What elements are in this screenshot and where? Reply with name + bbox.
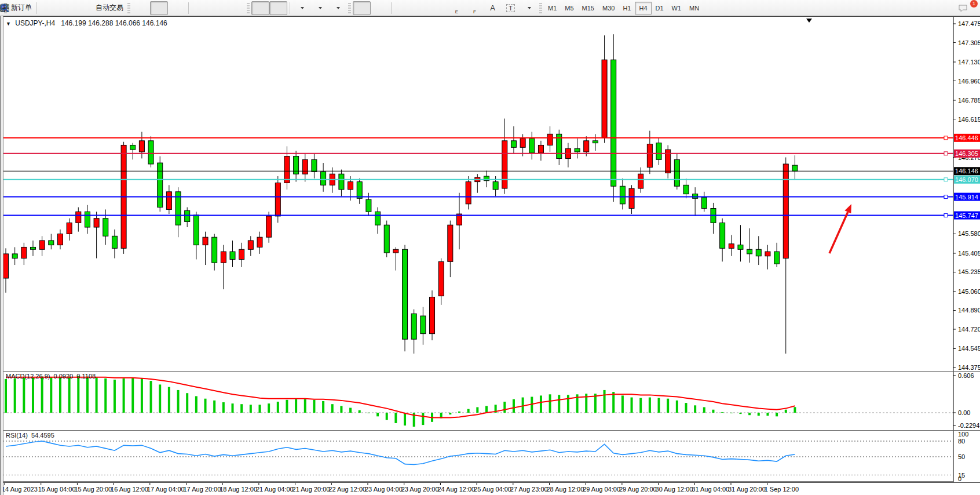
timeframe-m1[interactable]: M1 [544,2,561,14]
macd-axis-label: 0.606 [958,372,974,379]
period-selector-button[interactable] [310,1,328,15]
rsi-pane[interactable]: 1008050150 [0,431,980,482]
toolbar-grip[interactable] [127,3,130,13]
zoom-in-button[interactable] [191,1,209,15]
macd-histogram-bar [359,410,361,413]
chart-shift-button[interactable] [269,1,287,15]
line-chart-mode-button[interactable] [168,1,186,15]
toolbar-grip[interactable] [247,3,250,13]
price-axis-label: 147.475 [958,20,980,27]
line-handle[interactable] [944,195,948,199]
search-button[interactable] [939,1,957,15]
line-handle[interactable] [944,178,948,181]
timeframe-d1[interactable]: D1 [652,2,668,14]
auto-trading-button[interactable]: 自动交易 [93,1,126,15]
timeframe-m15[interactable]: M15 [578,2,598,14]
trendline-tool-button[interactable] [430,1,448,15]
macd-histogram-bar [394,413,397,423]
price-line-badge-label: 146.446 [955,134,978,141]
macd-histogram-bar [449,413,451,414]
macd-histogram-bar [322,401,324,413]
rsi-axis-label: 80 [958,438,965,445]
time-axis[interactable]: 14 Aug 202315 Aug 04:0015 Aug 20:0016 Au… [0,483,980,495]
horizontal-line-tool-button[interactable] [412,1,430,15]
timeframe-w1[interactable]: W1 [668,2,686,14]
macd-histogram-bar [232,403,234,413]
arrows-tool-button[interactable] [520,1,537,15]
pane-separator[interactable] [0,371,980,372]
toolbar-grip[interactable] [539,3,542,13]
symbol-period-label: USDJPY-,H4 [15,19,55,27]
candle-body [511,141,516,147]
chart-title: ▼ USDJPY-,H4 146.199 146.288 146.066 146… [6,19,167,27]
macd-histogram-bar [123,378,125,413]
macd-histogram-bar [785,410,787,413]
fibonacci-tool-button[interactable]: F [466,1,484,15]
macd-histogram-bar [476,407,478,413]
timeframe-mn[interactable]: MN [685,2,703,14]
time-axis-label: 29 Aug 04:00 [583,486,620,493]
macd-histogram-bar [23,378,25,413]
text-tool-button[interactable]: A [484,1,502,15]
rsi-axis-label: 0 [958,475,961,482]
price-axis-label: 145.235 [958,268,980,275]
candle-body [366,199,371,212]
timeframe-m30[interactable]: M30 [598,2,619,14]
rsi-axis-label: 100 [958,431,968,438]
candle-body [502,141,507,188]
zoom-out-button[interactable] [209,1,227,15]
candle-body [493,182,498,190]
candle-body [12,254,17,259]
accounts-button[interactable] [57,1,75,15]
candle-body [257,237,262,247]
vertical-line-tool-button[interactable] [394,1,412,15]
text-label-tool-button[interactable]: T [502,1,520,15]
new-order-button[interactable]: 新订单 [9,1,34,15]
time-axis-label: 23 Aug 04:00 [365,486,403,493]
line-handle[interactable] [944,136,948,140]
candle-body [112,236,117,248]
line-handle[interactable] [944,152,948,155]
toolbar-grip[interactable] [348,3,351,13]
macd-histogram-bar [649,398,651,413]
collapse-triangle-icon[interactable]: ▼ [6,21,11,27]
add-indicator-button[interactable] [292,1,310,15]
macd-histogram-bar [540,395,542,413]
macd-histogram-bar [758,413,760,416]
macd-histogram-bar [376,413,379,416]
macd-histogram-bar [367,413,370,413]
timeframe-h4[interactable]: H4 [635,2,651,14]
macd-pane[interactable]: 0.6060.00-0.2294 [0,372,980,430]
candle-body [547,134,553,145]
channel-tool-button[interactable]: E [448,1,466,15]
main-chart-pane[interactable]: 147.475147.305147.130146.960146.785146.6… [0,17,980,371]
candle-body [747,249,752,254]
template-button[interactable] [328,1,346,15]
timeframe-h1[interactable]: H1 [619,2,635,14]
candlestick-mode-button[interactable] [150,1,168,15]
macd-histogram-bar [50,377,52,413]
notifications-button[interactable]: 1 [957,1,975,15]
line-handle[interactable] [944,214,948,217]
price-axis-label: 145.580 [958,230,980,237]
macd-histogram-bar [159,384,161,413]
tile-windows-button[interactable] [227,1,245,15]
macd-histogram-bar [150,381,152,413]
signals-button[interactable] [75,1,93,15]
timeframe-m5[interactable]: M5 [561,2,577,14]
auto-scroll-button[interactable] [251,1,269,15]
pane-separator[interactable] [0,430,980,431]
candle-body [321,172,326,185]
crosshair-tool-button[interactable] [371,1,389,15]
candle-body [647,144,652,168]
candle-body [701,197,707,208]
market-watch-button[interactable] [39,1,57,15]
macd-histogram-bar [250,405,252,413]
trading-terminal: 新订单 [0,0,980,495]
bar-chart-mode-button[interactable] [132,1,150,15]
candle-body [212,237,217,263]
macd-histogram-bar [739,413,741,414]
macd-histogram-bar [730,413,733,413]
main-toolbar: 新订单 [0,0,980,16]
cursor-tool-button[interactable] [353,1,371,15]
